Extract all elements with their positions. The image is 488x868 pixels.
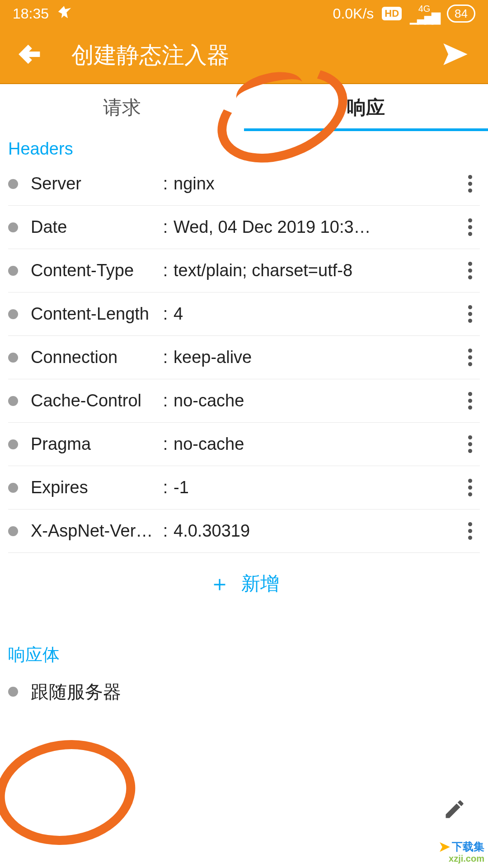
header-value: 4: [174, 304, 460, 324]
more-icon[interactable]: [460, 349, 480, 366]
more-icon[interactable]: [460, 305, 480, 323]
header-key: X-AspNet-Ver…: [31, 521, 157, 541]
dot-icon: [8, 526, 18, 536]
dot-icon: [8, 222, 18, 232]
response-body-row[interactable]: 跟随服务器: [8, 670, 480, 713]
colon: :: [157, 174, 174, 193]
header-key: Content-Length: [31, 304, 157, 324]
header-key: Content-Type: [31, 261, 157, 280]
dot-icon: [8, 396, 18, 406]
header-row[interactable]: Content-Length:4: [8, 292, 480, 336]
plus-icon: ＋: [209, 569, 230, 598]
header-value: Wed, 04 Dec 2019 10:3…: [174, 217, 460, 237]
status-time: 18:35: [13, 5, 49, 22]
edit-icon[interactable]: [443, 797, 466, 823]
header-key: Server: [31, 174, 157, 193]
headers-section-label: Headers: [0, 131, 488, 162]
more-icon[interactable]: [460, 435, 480, 453]
header-row[interactable]: Cache-Control:no-cache: [8, 379, 480, 423]
app-bar: 创建静态注入器: [0, 27, 488, 83]
header-value: -1: [174, 478, 460, 497]
colon: :: [157, 304, 174, 324]
header-key: Cache-Control: [31, 391, 157, 410]
signal-icon: 4G▁▃▅▇: [410, 4, 439, 23]
header-row[interactable]: Connection:keep-alive: [8, 336, 480, 379]
dot-icon: [8, 353, 18, 363]
bird-icon: [57, 4, 72, 23]
colon: :: [157, 434, 174, 454]
more-icon[interactable]: [460, 262, 480, 279]
body-section-label: 响应体: [0, 620, 488, 670]
header-value: nginx: [174, 174, 460, 193]
header-row[interactable]: Expires:-1: [8, 466, 480, 509]
page-title: 创建静态注入器: [71, 40, 441, 71]
more-icon[interactable]: [460, 175, 480, 193]
header-value: keep-alive: [174, 348, 460, 367]
add-header-label: 新增: [241, 571, 279, 596]
headers-list: Server:nginxDate:Wed, 04 Dec 2019 10:3…C…: [0, 162, 488, 553]
header-key: Date: [31, 217, 157, 237]
header-value: text/plain; charset=utf-8: [174, 261, 460, 280]
status-net-speed: 0.0K/s: [333, 5, 374, 22]
colon: :: [157, 261, 174, 280]
header-row[interactable]: Content-Type:text/plain; charset=utf-8: [8, 249, 480, 292]
header-row[interactable]: Date:Wed, 04 Dec 2019 10:3…: [8, 206, 480, 249]
annotation-circle-response-body: [0, 731, 142, 854]
tab-response-label: 响应: [347, 95, 385, 120]
dot-icon: [8, 266, 18, 276]
battery-icon: 84: [447, 5, 475, 23]
add-header-button[interactable]: ＋ 新增: [0, 553, 488, 620]
response-body-value: 跟随服务器: [31, 679, 121, 704]
hd-icon: HD: [382, 7, 402, 20]
tab-response[interactable]: 响应: [244, 84, 488, 131]
header-row[interactable]: Server:nginx: [8, 162, 480, 206]
tabs: 请求 响应: [0, 84, 488, 131]
colon: :: [157, 348, 174, 367]
colon: :: [157, 521, 174, 541]
dot-icon: [8, 439, 18, 449]
colon: :: [157, 391, 174, 410]
tab-request-label: 请求: [103, 95, 141, 120]
more-icon[interactable]: [460, 218, 480, 236]
header-key: Expires: [31, 478, 157, 497]
header-row[interactable]: Pragma:no-cache: [8, 423, 480, 466]
colon: :: [157, 478, 174, 497]
tab-request[interactable]: 请求: [0, 84, 244, 131]
header-key: Connection: [31, 348, 157, 367]
header-value: no-cache: [174, 391, 460, 410]
more-icon[interactable]: [460, 479, 480, 496]
status-bar: 18:35 0.0K/s HD 4G▁▃▅▇ 84: [0, 0, 488, 27]
dot-icon: [8, 179, 18, 189]
header-value: no-cache: [174, 434, 460, 454]
header-value: 4.0.30319: [174, 521, 460, 541]
more-icon[interactable]: [460, 392, 480, 410]
dot-icon: [8, 687, 18, 697]
more-icon[interactable]: [460, 522, 480, 540]
send-icon[interactable]: [441, 40, 470, 71]
back-icon[interactable]: [18, 41, 44, 69]
watermark: ➤下载集 xzji.com: [439, 841, 484, 864]
dot-icon: [8, 309, 18, 319]
header-row[interactable]: X-AspNet-Ver…:4.0.30319: [8, 509, 480, 553]
header-key: Pragma: [31, 434, 157, 454]
colon: :: [157, 217, 174, 237]
dot-icon: [8, 483, 18, 493]
